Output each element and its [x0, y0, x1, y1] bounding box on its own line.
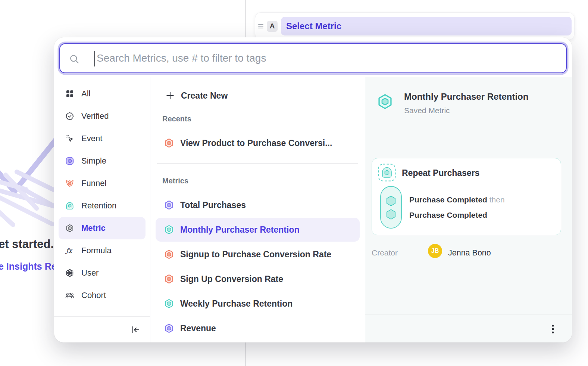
details-footer — [365, 314, 572, 342]
sidebar-item-label: Formula — [81, 246, 112, 255]
hexagon-metric-icon — [164, 323, 174, 334]
retention-icon — [65, 201, 74, 210]
sidebar-item-event[interactable]: Event — [59, 127, 146, 150]
creator-name: Jenna Bono — [448, 248, 491, 258]
create-new-label: Create New — [181, 91, 228, 101]
metric-title: Monthly Purchaser Retention — [404, 92, 528, 102]
hexagon-metric-icon — [164, 274, 174, 284]
plus-icon — [165, 91, 175, 100]
saved-behavior-icon — [378, 164, 396, 183]
sidebar-item-label: User — [81, 268, 98, 278]
metric-list-item[interactable]: View Product to Purchase Conversi... — [156, 131, 360, 155]
hexagon-metric-icon — [164, 249, 174, 260]
metric-item-label: Revenue — [180, 323, 216, 334]
metric-item-label: View Product to Purchase Conversi... — [180, 138, 332, 148]
select-metric-button[interactable]: Select Metric — [281, 17, 572, 35]
metric-sections: Recents View Product to Purchase Convers… — [156, 115, 360, 340]
grid-icon — [65, 89, 74, 98]
metric-icon — [65, 224, 74, 233]
step-two-text: Purchase Completed — [409, 211, 487, 220]
sidebar-item-cohort[interactable]: Cohort — [59, 284, 146, 307]
metric-row-card: A Select Metric — [255, 12, 575, 40]
text-cursor — [94, 51, 95, 66]
sidebar-item-funnel[interactable]: Funnel — [59, 172, 146, 195]
funnel-steps-pill — [380, 186, 402, 230]
metric-item-label: Signup to Purchase Conversion Rate — [180, 249, 331, 260]
search-input[interactable] — [97, 44, 560, 72]
sidebar-item-label: Metric — [81, 223, 106, 233]
metric-subtitle: Saved Metric — [404, 106, 450, 115]
metric-letter-badge[interactable]: A — [267, 21, 278, 32]
formula-icon: ƒx — [65, 246, 74, 255]
hexagon-metric-icon — [164, 298, 174, 309]
metric-item-label: Total Purchases — [180, 200, 246, 210]
sidebar-footer — [54, 316, 150, 342]
saved-metric-card: Repeat Purchasers Purchase Completed the… — [372, 158, 561, 235]
metric-details-panel: Monthly Purchaser Retention Saved Metric… — [365, 77, 572, 342]
insights-report-link[interactable]: e Insights Re — [0, 261, 57, 272]
metric-list-item[interactable]: Monthly Purchaser Retention — [156, 218, 360, 242]
sidebar-item-retention[interactable]: Retention — [59, 195, 146, 217]
sidebar-item-user[interactable]: User — [59, 262, 146, 284]
metric-hexagon-icon — [376, 93, 394, 112]
search-box — [59, 43, 567, 73]
sidebar-item-label: All — [81, 89, 90, 99]
type-filter-sidebar: AllVerifiedEventSimpleFunnelRetentionMet… — [54, 77, 150, 342]
funnel-icon — [65, 179, 74, 188]
sidebar-item-verified[interactable]: Verified — [59, 105, 146, 127]
sidebar-item-label: Retention — [81, 201, 116, 211]
saved-card-title: Repeat Purchasers — [402, 168, 479, 178]
svg-text:ƒx: ƒx — [65, 247, 73, 254]
section-header: Metrics — [156, 177, 360, 186]
simple-icon — [65, 156, 74, 165]
sidebar-item-formula[interactable]: ƒxFormula — [59, 239, 146, 262]
create-new-button[interactable]: Create New — [156, 85, 360, 106]
section-header: Recents — [156, 115, 360, 124]
sidebar-item-all[interactable]: All — [59, 83, 146, 105]
creator-label: Creator — [372, 248, 398, 257]
metric-item-label: Monthly Purchaser Retention — [180, 225, 299, 235]
metric-list-panel: Create New Recents View Product to Purch… — [150, 77, 365, 342]
step-one-text: Purchase Completed then — [409, 195, 505, 204]
hexagon-metric-icon — [164, 138, 174, 148]
more-options-icon[interactable] — [548, 323, 558, 335]
sidebar-list: AllVerifiedEventSimpleFunnelRetentionMet… — [54, 83, 150, 307]
section-divider — [157, 163, 358, 164]
metric-list-item[interactable]: Total Purchases — [156, 193, 360, 217]
sidebar-item-simple[interactable]: Simple — [59, 150, 146, 172]
metric-list-item[interactable]: Weekly Purchase Retention — [156, 292, 360, 316]
search-icon — [69, 54, 79, 64]
background-heading: et started. — [0, 238, 54, 251]
sidebar-item-label: Funnel — [81, 179, 106, 188]
collapse-sidebar-icon[interactable] — [131, 325, 140, 335]
then-word: then — [490, 195, 505, 204]
section-metrics: Metrics Total Purchases Monthly Purchase… — [156, 177, 360, 340]
drag-handle-icon[interactable] — [258, 24, 263, 28]
sidebar-item-label: Verified — [81, 111, 109, 121]
metric-list-item[interactable]: Sign Up Conversion Rate — [156, 267, 360, 291]
event-icon — [65, 134, 74, 143]
metric-list-item[interactable]: Revenue — [156, 316, 360, 340]
sidebar-item-label: Simple — [81, 156, 106, 166]
metric-item-label: Weekly Purchase Retention — [180, 299, 293, 309]
creator-avatar: JB — [428, 244, 442, 258]
sidebar-item-label: Event — [81, 134, 102, 143]
section-recents: Recents View Product to Purchase Convers… — [156, 115, 360, 155]
sidebar-item-label: Cohort — [81, 291, 106, 300]
hexagon-metric-icon — [164, 224, 174, 235]
cohort-icon — [65, 291, 74, 300]
verified-icon — [65, 112, 74, 121]
user-icon — [65, 269, 74, 277]
sidebar-item-metric[interactable]: Metric — [59, 217, 146, 239]
hexagon-metric-icon — [164, 200, 174, 210]
metric-list-item[interactable]: Signup to Purchase Conversion Rate — [156, 242, 360, 266]
metric-picker-modal: AllVerifiedEventSimpleFunnelRetentionMet… — [54, 37, 572, 342]
metric-item-label: Sign Up Conversion Rate — [180, 274, 283, 284]
